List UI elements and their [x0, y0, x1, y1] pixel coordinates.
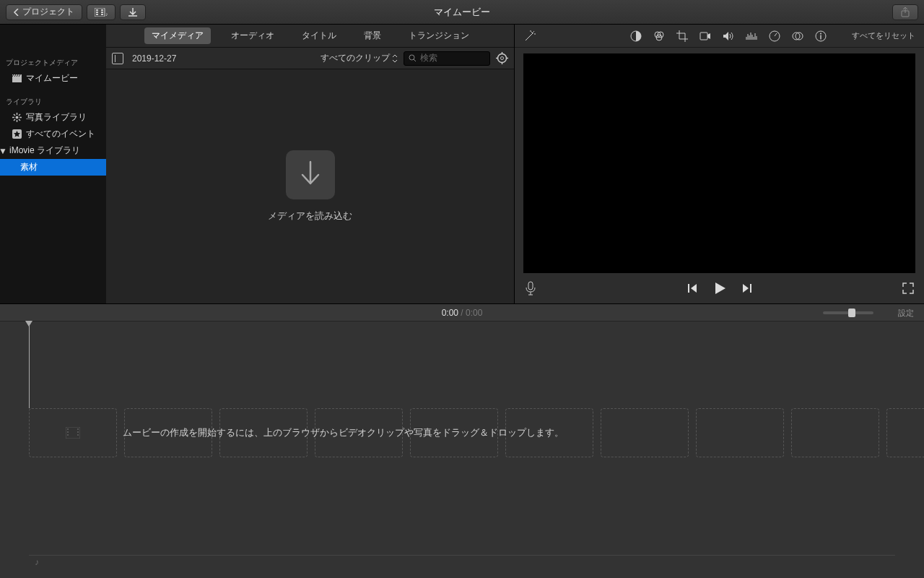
import-button[interactable]	[120, 4, 146, 20]
share-button[interactable]	[892, 4, 918, 20]
search-input[interactable]: 検索	[404, 51, 490, 66]
sidebar-item-label: すべてのイベント	[26, 128, 95, 140]
viewer-controls	[515, 273, 924, 303]
drop-slot[interactable]	[791, 408, 879, 457]
import-media-box[interactable]	[286, 150, 335, 199]
sidebar-header-library: ライブラリ	[0, 94, 106, 109]
timeline-body[interactable]: ムービーの作成を開始するには、上のブラウザからビデオクリップや写真をドラッグ＆ド…	[0, 322, 924, 578]
sidebar-toggle-icon[interactable]	[112, 53, 123, 64]
noise-reduction-icon[interactable]	[745, 30, 758, 43]
svg-rect-45	[67, 431, 69, 433]
music-note-icon: ♪	[35, 557, 39, 567]
color-correction-icon[interactable]	[653, 30, 666, 43]
search-icon	[409, 54, 417, 62]
back-to-projects-button[interactable]: プロジェクト	[6, 4, 82, 20]
play-icon	[712, 281, 727, 296]
svg-rect-2	[96, 12, 98, 13]
viewer-area: すべてをリセット	[515, 25, 924, 304]
svg-point-21	[409, 55, 414, 60]
preview-viewer[interactable]	[523, 53, 915, 273]
film-icon: ♪	[95, 8, 108, 17]
stabilization-icon[interactable]	[699, 30, 712, 43]
timeline-settings-button[interactable]: 設定	[898, 307, 914, 318]
next-icon	[741, 282, 753, 294]
next-button[interactable]	[741, 282, 753, 294]
svg-rect-41	[688, 284, 689, 293]
magic-wand-icon[interactable]	[523, 30, 536, 43]
svg-rect-40	[528, 282, 533, 290]
timeline-zoom-slider[interactable]	[823, 311, 873, 314]
browser-area: プロジェクトメディア マイムービー ライブラリ 写真ライブラリ すべてのイベント	[0, 25, 515, 304]
tab-backgrounds[interactable]: 背景	[357, 27, 388, 44]
svg-point-11	[15, 116, 18, 119]
drop-slot[interactable]	[29, 408, 117, 457]
svg-rect-39	[820, 35, 821, 39]
sidebar-item-movie[interactable]: マイムービー	[0, 70, 106, 87]
info-icon[interactable]	[814, 30, 827, 43]
sidebar-item-label: マイムービー	[26, 72, 78, 85]
share-icon	[900, 7, 910, 17]
disclosure-triangle-icon[interactable]: ▼	[0, 146, 5, 156]
media-browser: マイメディア オーディオ タイトル 背景 トランジション 2019-12-27 …	[106, 25, 514, 303]
microphone-icon	[525, 281, 536, 296]
svg-line-22	[414, 59, 416, 61]
crop-icon[interactable]	[676, 30, 689, 43]
svg-rect-6	[101, 14, 103, 15]
reset-all-button[interactable]: すべてをリセット	[852, 30, 915, 41]
drop-slot[interactable]	[696, 408, 784, 457]
svg-rect-1	[96, 9, 98, 11]
back-label: プロジェクト	[22, 6, 74, 18]
drop-slot[interactable]	[601, 408, 689, 457]
voiceover-button[interactable]	[525, 281, 536, 296]
svg-point-38	[820, 33, 821, 34]
prev-icon	[687, 282, 698, 294]
video-track[interactable]: ムービーの作成を開始するには、上のブラウザからビデオクリップや写真をドラッグ＆ド…	[29, 408, 895, 457]
svg-line-18	[19, 114, 20, 116]
svg-rect-44	[67, 428, 69, 430]
sidebar-item-all-events[interactable]: すべてのイベント	[0, 126, 106, 142]
sidebar-item-label: 写真ライブラリ	[26, 111, 87, 124]
svg-rect-47	[77, 428, 79, 430]
current-time: 0:00	[442, 308, 458, 318]
previous-button[interactable]	[687, 282, 698, 294]
svg-point-23	[498, 54, 507, 63]
film-placeholder-icon	[66, 427, 80, 439]
tab-transitions[interactable]: トランジション	[401, 27, 476, 44]
fullscreen-icon	[902, 282, 914, 294]
sidebar-item-photo-library[interactable]: 写真ライブラリ	[0, 109, 106, 126]
svg-rect-42	[750, 284, 751, 293]
clip-filter-dropdown[interactable]: すべてのクリップ	[321, 52, 398, 64]
tab-audio[interactable]: オーディオ	[224, 27, 282, 44]
sidebar-item-label: 素材	[20, 161, 38, 173]
media-browser-button[interactable]: ♪	[87, 4, 116, 20]
import-label: メディアを読み込む	[268, 210, 352, 223]
current-event-name: 2019-12-27	[132, 53, 176, 64]
svg-line-16	[14, 114, 15, 116]
svg-point-24	[501, 57, 504, 60]
fullscreen-button[interactable]	[902, 282, 914, 294]
sidebar-item-event[interactable]: 素材	[0, 159, 106, 176]
tab-my-media[interactable]: マイメディア	[144, 27, 211, 44]
drop-slot[interactable]	[886, 408, 924, 457]
timeline: 0:00 / 0:00 設定 ムービーの	[0, 304, 924, 578]
filter-label: すべてのクリップ	[321, 52, 390, 64]
audio-track[interactable]: ♪	[29, 555, 895, 568]
svg-rect-49	[77, 434, 79, 436]
svg-text:♪: ♪	[105, 12, 108, 17]
clapper-icon	[12, 74, 22, 84]
tab-titles[interactable]: タイトル	[295, 27, 344, 44]
play-button[interactable]	[712, 281, 727, 296]
updown-icon	[392, 54, 398, 63]
playhead[interactable]	[29, 322, 30, 408]
speed-icon[interactable]	[768, 30, 781, 43]
timeline-hint: ムービーの作成を開始するには、上のブラウザからビデオクリップや写真をドラッグ＆ド…	[123, 426, 564, 439]
volume-icon[interactable]	[722, 30, 735, 43]
flower-icon	[12, 113, 22, 123]
browser-settings-button[interactable]	[496, 52, 508, 64]
color-balance-icon[interactable]	[629, 30, 642, 43]
sidebar-item-imovie-library[interactable]: ▼ iMovie ライブラリ	[0, 142, 106, 159]
filter-icon[interactable]	[791, 30, 804, 43]
sidebar: プロジェクトメディア マイムービー ライブラリ 写真ライブラリ すべてのイベント	[0, 25, 106, 303]
browser-body[interactable]: メディアを読み込む	[106, 69, 514, 303]
chevron-left-icon	[14, 9, 19, 16]
